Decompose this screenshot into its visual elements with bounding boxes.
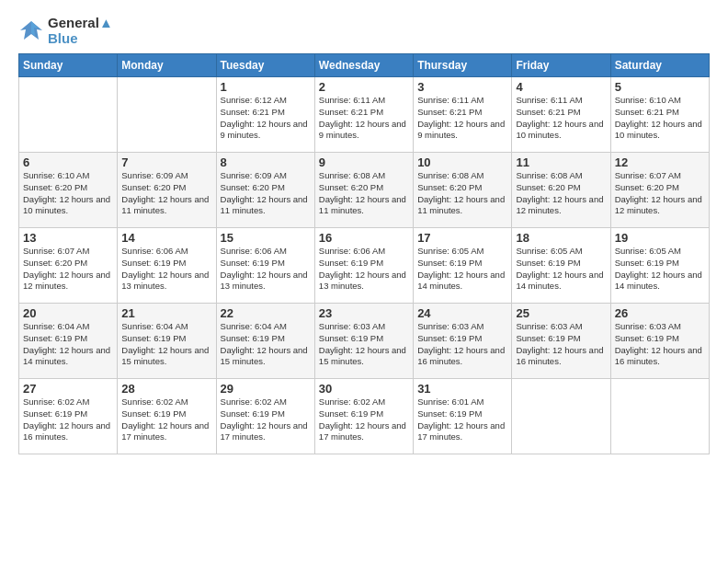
- day-info: Sunrise: 6:02 AM Sunset: 6:19 PM Dayligh…: [121, 396, 211, 443]
- day-info: Sunrise: 6:03 AM Sunset: 6:19 PM Dayligh…: [516, 321, 606, 368]
- calendar-cell: 20Sunrise: 6:04 AM Sunset: 6:19 PM Dayli…: [19, 304, 118, 379]
- calendar-cell: 17Sunrise: 6:05 AM Sunset: 6:19 PM Dayli…: [414, 228, 512, 304]
- calendar-cell: 4Sunrise: 6:11 AM Sunset: 6:21 PM Daylig…: [512, 77, 610, 153]
- day-info: Sunrise: 6:02 AM Sunset: 6:19 PM Dayligh…: [221, 396, 311, 443]
- day-number: 5: [615, 80, 705, 94]
- day-number: 27: [23, 382, 113, 396]
- weekday-header: Thursday: [414, 54, 512, 77]
- day-number: 11: [516, 155, 606, 169]
- calendar-cell: 8Sunrise: 6:09 AM Sunset: 6:20 PM Daylig…: [216, 153, 314, 228]
- day-info: Sunrise: 6:05 AM Sunset: 6:19 PM Dayligh…: [516, 246, 606, 293]
- day-number: 4: [516, 80, 606, 94]
- weekday-header: Friday: [512, 54, 610, 77]
- day-number: 14: [121, 231, 211, 245]
- calendar-cell: 22Sunrise: 6:04 AM Sunset: 6:19 PM Dayli…: [216, 304, 314, 379]
- day-info: Sunrise: 6:11 AM Sunset: 6:21 PM Dayligh…: [417, 95, 507, 142]
- calendar-cell: 23Sunrise: 6:03 AM Sunset: 6:19 PM Dayli…: [314, 304, 413, 379]
- header: General▲ Blue: [18, 15, 710, 46]
- day-info: Sunrise: 6:06 AM Sunset: 6:19 PM Dayligh…: [121, 246, 211, 293]
- day-info: Sunrise: 6:05 AM Sunset: 6:19 PM Dayligh…: [615, 246, 705, 293]
- calendar-cell: [118, 77, 216, 153]
- calendar-cell: 2Sunrise: 6:11 AM Sunset: 6:21 PM Daylig…: [314, 77, 413, 153]
- day-number: 18: [516, 231, 606, 245]
- day-number: 3: [417, 80, 507, 94]
- day-info: Sunrise: 6:03 AM Sunset: 6:19 PM Dayligh…: [615, 321, 705, 368]
- calendar-cell: 7Sunrise: 6:09 AM Sunset: 6:20 PM Daylig…: [118, 153, 216, 228]
- day-info: Sunrise: 6:08 AM Sunset: 6:20 PM Dayligh…: [417, 170, 507, 217]
- calendar-cell: 10Sunrise: 6:08 AM Sunset: 6:20 PM Dayli…: [414, 153, 512, 228]
- calendar-cell: [610, 379, 709, 454]
- day-number: 23: [319, 306, 409, 320]
- weekday-header: Sunday: [19, 54, 118, 77]
- day-number: 19: [615, 231, 705, 245]
- weekday-header: Monday: [118, 54, 216, 77]
- day-number: 22: [221, 306, 311, 320]
- day-info: Sunrise: 6:08 AM Sunset: 6:20 PM Dayligh…: [319, 170, 409, 217]
- day-info: Sunrise: 6:08 AM Sunset: 6:20 PM Dayligh…: [516, 170, 606, 217]
- calendar-cell: 24Sunrise: 6:03 AM Sunset: 6:19 PM Dayli…: [414, 304, 512, 379]
- calendar-cell: 27Sunrise: 6:02 AM Sunset: 6:19 PM Dayli…: [19, 379, 118, 454]
- day-info: Sunrise: 6:04 AM Sunset: 6:19 PM Dayligh…: [23, 321, 113, 368]
- day-number: 24: [417, 306, 507, 320]
- calendar-week-row: 13Sunrise: 6:07 AM Sunset: 6:20 PM Dayli…: [19, 228, 710, 304]
- calendar-cell: 29Sunrise: 6:02 AM Sunset: 6:19 PM Dayli…: [216, 379, 314, 454]
- calendar-cell: 16Sunrise: 6:06 AM Sunset: 6:19 PM Dayli…: [314, 228, 413, 304]
- day-info: Sunrise: 6:11 AM Sunset: 6:21 PM Dayligh…: [516, 95, 606, 142]
- day-number: 30: [319, 382, 409, 396]
- day-info: Sunrise: 6:10 AM Sunset: 6:20 PM Dayligh…: [23, 170, 113, 217]
- day-number: 10: [417, 155, 507, 169]
- day-info: Sunrise: 6:09 AM Sunset: 6:20 PM Dayligh…: [121, 170, 211, 217]
- day-info: Sunrise: 6:07 AM Sunset: 6:20 PM Dayligh…: [23, 246, 113, 293]
- weekday-header: Tuesday: [216, 54, 314, 77]
- calendar-table: SundayMondayTuesdayWednesdayThursdayFrid…: [18, 53, 710, 454]
- calendar-cell: 11Sunrise: 6:08 AM Sunset: 6:20 PM Dayli…: [512, 153, 610, 228]
- day-number: 1: [221, 80, 311, 94]
- day-info: Sunrise: 6:03 AM Sunset: 6:19 PM Dayligh…: [417, 321, 507, 368]
- calendar-week-row: 20Sunrise: 6:04 AM Sunset: 6:19 PM Dayli…: [19, 304, 710, 379]
- day-info: Sunrise: 6:07 AM Sunset: 6:20 PM Dayligh…: [615, 170, 705, 217]
- calendar-cell: 1Sunrise: 6:12 AM Sunset: 6:21 PM Daylig…: [216, 77, 314, 153]
- calendar-header-row: SundayMondayTuesdayWednesdayThursdayFrid…: [19, 54, 710, 77]
- calendar-week-row: 1Sunrise: 6:12 AM Sunset: 6:21 PM Daylig…: [19, 77, 710, 153]
- calendar-cell: 25Sunrise: 6:03 AM Sunset: 6:19 PM Dayli…: [512, 304, 610, 379]
- weekday-header: Wednesday: [314, 54, 413, 77]
- calendar-cell: [19, 77, 118, 153]
- calendar-cell: 31Sunrise: 6:01 AM Sunset: 6:19 PM Dayli…: [414, 379, 512, 454]
- day-number: 8: [221, 155, 311, 169]
- day-info: Sunrise: 6:02 AM Sunset: 6:19 PM Dayligh…: [319, 396, 409, 443]
- weekday-header: Saturday: [610, 54, 709, 77]
- day-info: Sunrise: 6:12 AM Sunset: 6:21 PM Dayligh…: [221, 95, 311, 142]
- day-info: Sunrise: 6:04 AM Sunset: 6:19 PM Dayligh…: [221, 321, 311, 368]
- day-number: 16: [319, 231, 409, 245]
- calendar-cell: 14Sunrise: 6:06 AM Sunset: 6:19 PM Dayli…: [118, 228, 216, 304]
- page: General▲ Blue SundayMondayTuesdayWednesd…: [0, 0, 728, 563]
- calendar-cell: 5Sunrise: 6:10 AM Sunset: 6:21 PM Daylig…: [610, 77, 709, 153]
- day-number: 25: [516, 306, 606, 320]
- calendar-week-row: 6Sunrise: 6:10 AM Sunset: 6:20 PM Daylig…: [19, 153, 710, 228]
- calendar-cell: 26Sunrise: 6:03 AM Sunset: 6:19 PM Dayli…: [610, 304, 709, 379]
- day-number: 13: [23, 231, 113, 245]
- day-info: Sunrise: 6:06 AM Sunset: 6:19 PM Dayligh…: [319, 246, 409, 293]
- day-number: 29: [221, 382, 311, 396]
- logo-icon: [18, 17, 44, 43]
- calendar-cell: 30Sunrise: 6:02 AM Sunset: 6:19 PM Dayli…: [314, 379, 413, 454]
- calendar-cell: [512, 379, 610, 454]
- day-number: 12: [615, 155, 705, 169]
- calendar-cell: 3Sunrise: 6:11 AM Sunset: 6:21 PM Daylig…: [414, 77, 512, 153]
- logo-text: General▲ Blue: [48, 15, 113, 46]
- day-number: 20: [23, 306, 113, 320]
- day-info: Sunrise: 6:06 AM Sunset: 6:19 PM Dayligh…: [221, 246, 311, 293]
- calendar-cell: 28Sunrise: 6:02 AM Sunset: 6:19 PM Dayli…: [118, 379, 216, 454]
- day-number: 28: [121, 382, 211, 396]
- calendar-cell: 6Sunrise: 6:10 AM Sunset: 6:20 PM Daylig…: [19, 153, 118, 228]
- day-number: 17: [417, 231, 507, 245]
- calendar-cell: 19Sunrise: 6:05 AM Sunset: 6:19 PM Dayli…: [610, 228, 709, 304]
- calendar-cell: 15Sunrise: 6:06 AM Sunset: 6:19 PM Dayli…: [216, 228, 314, 304]
- day-info: Sunrise: 6:04 AM Sunset: 6:19 PM Dayligh…: [121, 321, 211, 368]
- logo: General▲ Blue: [18, 15, 113, 46]
- day-number: 6: [23, 155, 113, 169]
- day-number: 26: [615, 306, 705, 320]
- day-info: Sunrise: 6:05 AM Sunset: 6:19 PM Dayligh…: [417, 246, 507, 293]
- day-number: 9: [319, 155, 409, 169]
- calendar-cell: 21Sunrise: 6:04 AM Sunset: 6:19 PM Dayli…: [118, 304, 216, 379]
